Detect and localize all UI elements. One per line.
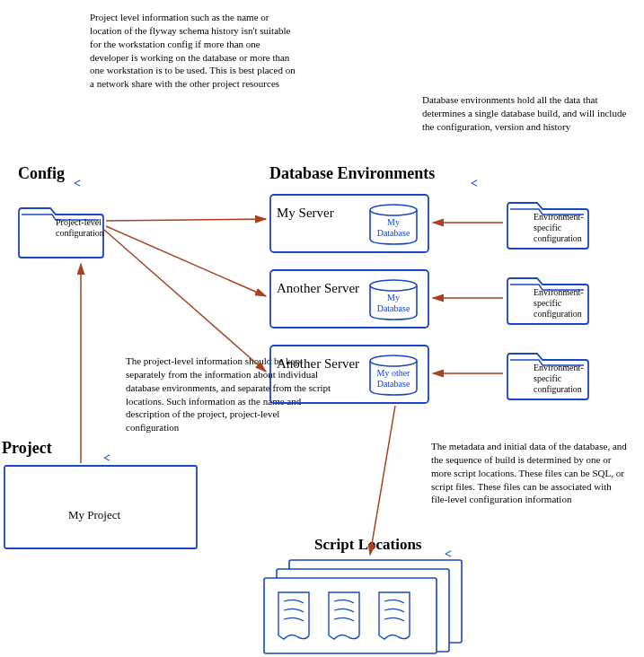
- env-server-2: Another Server: [277, 280, 359, 296]
- annotation-dbenv: Database environments hold all the data …: [422, 93, 629, 134]
- heading-scripts: Script Locations: [314, 536, 421, 554]
- pages-icon: [262, 558, 463, 655]
- env-folder-1: Environment-specific configuration: [505, 192, 591, 251]
- svg-rect-6: [4, 466, 197, 548]
- env-folder-2: Environment-specific configuration: [505, 267, 591, 327]
- env-box-1: My Server My Database: [269, 194, 429, 253]
- env-db-label-3: My other Database: [372, 368, 415, 389]
- env-db-1: My Database: [366, 203, 420, 250]
- mark-dbenv: <: [471, 177, 478, 191]
- svg-line-17: [370, 406, 395, 555]
- env-box-3: Another Server My other Database: [269, 345, 429, 404]
- env-db-2: My Database: [366, 278, 420, 325]
- mark-project: <: [103, 451, 110, 466]
- svg-point-5: [370, 355, 417, 366]
- env-folder-3: Environment-specific configuration: [505, 343, 591, 402]
- svg-line-12: [104, 230, 266, 372]
- project-name: My Project: [68, 508, 120, 522]
- heading-config: Config: [18, 164, 65, 183]
- scripts-stack: [262, 558, 463, 657]
- svg-rect-9: [264, 578, 437, 653]
- project-box: My Project: [4, 465, 198, 553]
- env-db-label-2: My Database: [372, 293, 415, 313]
- svg-line-10: [106, 219, 266, 221]
- config-folder: Project-level configuration: [16, 196, 106, 260]
- env-db-3: My other Database: [366, 354, 420, 400]
- project-box-outline: [4, 465, 198, 549]
- heading-project: Project: [2, 439, 52, 458]
- annotation-scripts: The metadata and initial data of the dat…: [431, 440, 629, 506]
- mark-config: <: [74, 177, 81, 191]
- svg-line-11: [106, 226, 266, 296]
- svg-point-3: [370, 280, 417, 291]
- env-box-2: Another Server My Database: [269, 269, 429, 328]
- config-folder-label: Project-level configuration: [56, 217, 106, 239]
- env-folder-label-3: Environment-specific configuration: [534, 363, 589, 395]
- env-folder-label-1: Environment-specific configuration: [534, 212, 589, 244]
- env-server-3: Another Server: [277, 355, 359, 372]
- annotation-config: Project level information such as the na…: [90, 11, 296, 91]
- env-folder-label-2: Environment-specific configuration: [534, 287, 589, 320]
- env-db-label-1: My Database: [372, 217, 415, 238]
- heading-db-env: Database Environments: [269, 164, 435, 183]
- env-server-1: My Server: [277, 205, 334, 221]
- svg-point-1: [370, 205, 417, 215]
